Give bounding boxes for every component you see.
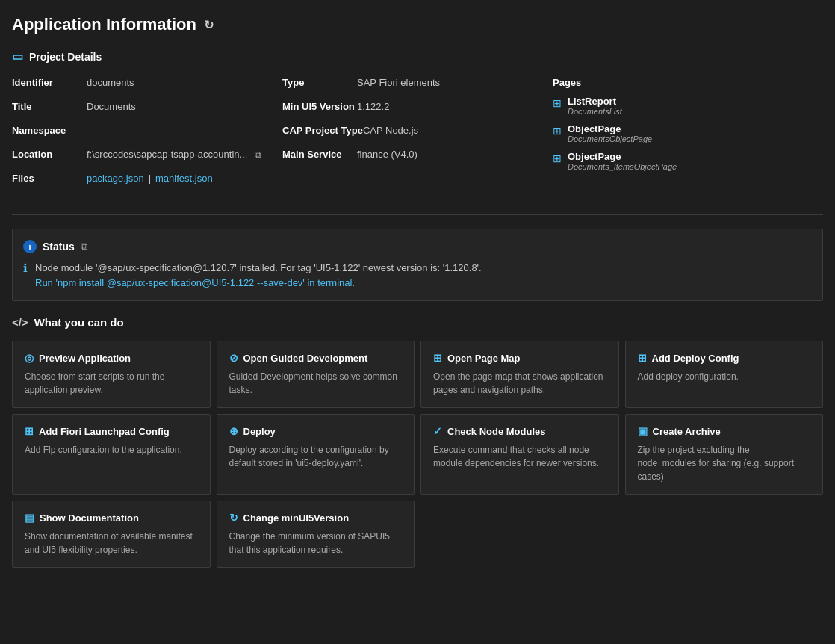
list-item: ⊞ ObjectPage DocumentsObjectPage [553, 123, 816, 143]
type-value: SAP Fiori elements [357, 77, 440, 88]
preview-title: Preview Application [39, 353, 131, 364]
show-doc-desc: Show documentation of available manifest… [25, 530, 198, 557]
deploy-config-desc: Add deploy configuration. [638, 370, 811, 383]
change-min-ui5-title: Change minUI5Version [243, 513, 350, 524]
project-col-right: Pages ⊞ ListReport DocumentsList ⊞ Objec… [553, 77, 823, 196]
project-details-section: ▭ Project Details Identifier documents T… [12, 49, 823, 196]
page-map-desc: Open the page map that shows application… [433, 370, 606, 397]
object-page-1-icon: ⊞ [553, 125, 562, 137]
check-node-modules-card[interactable]: ✓ Check Node Modules Execute command tha… [420, 414, 619, 495]
files-value: package.json | manifest.json [87, 173, 213, 184]
cards-row-2: ⊞ Add Fiori Launchpad Config Add Flp con… [12, 414, 823, 495]
status-badge: i [23, 240, 37, 253]
copy-location-icon[interactable]: ⧉ [255, 149, 261, 160]
check-node-icon: ✓ [433, 425, 442, 437]
status-message: ℹ Node module '@sap/ux-specification@1.1… [23, 261, 812, 290]
guided-dev-title: Open Guided Development [243, 353, 368, 364]
pages-list: ⊞ ListReport DocumentsList ⊞ ObjectPage … [553, 96, 816, 171]
namespace-label: Namespace [12, 125, 87, 136]
files-row: Files package.json | manifest.json [12, 173, 275, 189]
page-2-type: ObjectPage [568, 123, 652, 134]
deploy-config-icon: ⊞ [638, 352, 647, 364]
status-header: i Status ⧉ [23, 240, 812, 253]
what-header: </> What you can do [12, 316, 823, 329]
page-3-name: Documents_ItemsObjectPage [568, 162, 677, 171]
cap-type-value: CAP Node.js [363, 125, 418, 136]
list-report-icon: ⊞ [553, 97, 562, 109]
create-archive-icon: ▣ [638, 425, 648, 437]
cards-row-1: ◎ Preview Application Choose from start … [12, 341, 823, 408]
add-fiori-launchpad-card[interactable]: ⊞ Add Fiori Launchpad Config Add Flp con… [12, 414, 211, 495]
folder-icon: ▭ [12, 49, 23, 64]
page-1-name: DocumentsList [568, 107, 622, 116]
refresh-icon[interactable]: ↻ [204, 18, 214, 32]
min-ui5-row: Min UI5 Version 1.122.2 [282, 101, 545, 117]
status-section: i Status ⧉ ℹ Node module '@sap/ux-specif… [12, 229, 823, 301]
list-item: ⊞ ListReport DocumentsList [553, 96, 816, 116]
status-link[interactable]: Run 'npm install @sap/ux-specification@U… [35, 277, 355, 288]
preview-icon: ◎ [25, 352, 34, 364]
fiori-launchpad-desc: Add Flp configuration to the application… [25, 443, 198, 456]
preview-desc: Choose from start scripts to run the app… [25, 370, 198, 397]
page-3-type: ObjectPage [568, 151, 677, 162]
page-title-text: Application Information [12, 15, 196, 34]
project-col-left: Identifier documents Title Documents Nam… [12, 77, 282, 196]
what-you-can-do-section: </> What you can do ◎ Preview Applicatio… [12, 316, 823, 568]
project-details-header: ▭ Project Details [12, 49, 823, 66]
identifier-value: documents [87, 77, 134, 88]
location-row: Location f:\srccodes\sapcap-tsapp-accoun… [12, 149, 275, 165]
min-ui5-label: Min UI5 Version [282, 101, 357, 112]
min-ui5-value: 1.122.2 [357, 101, 389, 112]
change-min-ui5-icon: ↻ [229, 512, 238, 524]
status-message-text: Node module '@sap/ux-specification@1.120… [35, 262, 482, 273]
fiori-launchpad-icon: ⊞ [25, 425, 34, 437]
open-guided-dev-card[interactable]: ⊘ Open Guided Development Guided Develop… [217, 341, 415, 408]
main-service-label: Main Service [282, 149, 357, 160]
type-label: Type [282, 77, 357, 88]
create-archive-card[interactable]: ▣ Create Archive Zip the project excludi… [625, 414, 824, 495]
project-grid: Identifier documents Title Documents Nam… [12, 77, 823, 196]
info-icon: ℹ [23, 261, 28, 275]
files-label: Files [12, 173, 87, 184]
main-service-value: finance (V4.0) [357, 149, 418, 160]
package-json-link[interactable]: package.json [87, 173, 144, 184]
identifier-row: Identifier documents [12, 77, 275, 93]
preview-application-card[interactable]: ◎ Preview Application Choose from start … [12, 341, 211, 408]
cap-type-label: CAP Project Type [282, 125, 363, 136]
open-page-map-card[interactable]: ⊞ Open Page Map Open the page map that s… [420, 341, 619, 408]
location-text: f:\srccodes\sapcap-tsapp-accountin... [87, 149, 247, 160]
guided-dev-icon: ⊘ [229, 352, 238, 364]
show-doc-icon: ▤ [25, 512, 34, 524]
show-documentation-card[interactable]: ▤ Show Documentation Show documentation … [12, 501, 211, 568]
create-archive-desc: Zip the project excluding the node_modul… [638, 443, 811, 483]
deploy-desc: Deploy according to the configuration by… [229, 443, 403, 470]
main-service-row: Main Service finance (V4.0) [282, 149, 545, 165]
type-row: Type SAP Fiori elements [282, 77, 545, 93]
check-node-title: Check Node Modules [447, 426, 545, 437]
title-row: Title Documents [12, 101, 275, 117]
title-label: Title [12, 101, 87, 112]
empty-card-4 [625, 501, 824, 568]
list-item: ⊞ ObjectPage Documents_ItemsObjectPage [553, 151, 816, 171]
cards-row-3: ▤ Show Documentation Show documentation … [12, 501, 823, 568]
identifier-label: Identifier [12, 77, 87, 88]
location-value: f:\srccodes\sapcap-tsapp-accountin... ⧉ [87, 149, 261, 160]
deploy-icon: ⊕ [229, 425, 238, 437]
manifest-json-link[interactable]: manifest.json [155, 173, 213, 184]
deploy-card[interactable]: ⊕ Deploy Deploy according to the configu… [217, 414, 415, 495]
change-min-ui5-card[interactable]: ↻ Change minUI5Version Change the minimu… [217, 501, 415, 568]
project-details-label: Project Details [29, 51, 102, 63]
title-value: Documents [87, 101, 136, 112]
add-deploy-config-card[interactable]: ⊞ Add Deploy Config Add deploy configura… [625, 341, 824, 408]
status-text: Node module '@sap/ux-specification@1.120… [35, 261, 482, 290]
show-doc-title: Show Documentation [40, 513, 139, 524]
object-page-2-icon: ⊞ [553, 152, 562, 164]
project-col-mid: Type SAP Fiori elements Min UI5 Version … [282, 77, 553, 196]
what-label: What you can do [34, 316, 124, 329]
clipboard-icon[interactable]: ⧉ [81, 241, 87, 253]
location-label: Location [12, 149, 87, 160]
empty-card-3 [420, 501, 619, 568]
cap-type-row: CAP Project Type CAP Node.js [282, 125, 545, 141]
divider-1 [12, 214, 823, 215]
fiori-launchpad-title: Add Fiori Launchpad Config [39, 426, 170, 437]
